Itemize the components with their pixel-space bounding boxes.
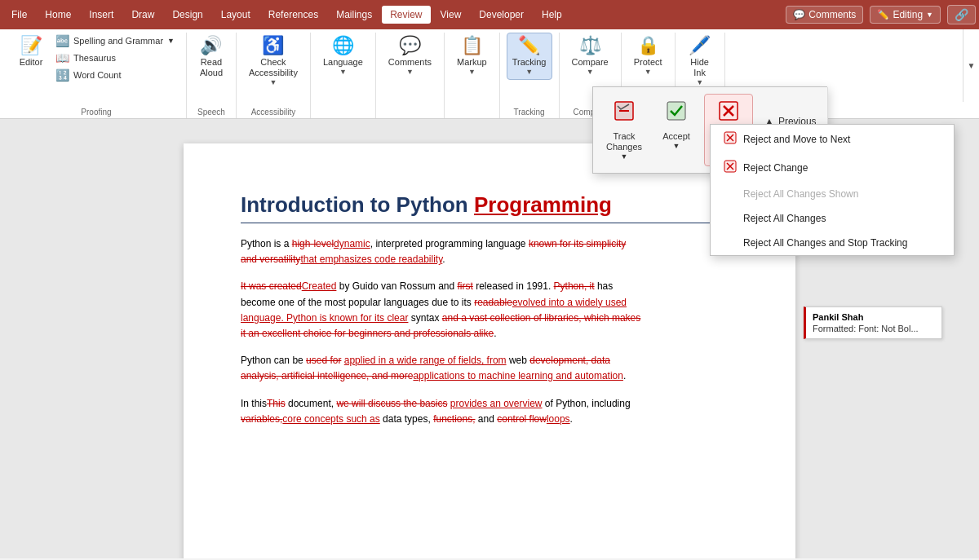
protect-button[interactable]: 🔒 Protect ▼ [628, 33, 668, 80]
accept-icon [665, 99, 688, 128]
markup-button[interactable]: 📋 Markup ▼ [451, 33, 493, 80]
markup-group-label [471, 104, 473, 118]
ribbon-scroll-button[interactable]: ▼ [963, 29, 979, 102]
ink-arrow: ▼ [696, 78, 703, 86]
comments-ribbon-group-label [409, 104, 411, 118]
menu-bar: File Home Insert Draw Design Layout Refe… [0, 0, 979, 29]
reject-move-next-item[interactable]: Reject and Move to Next [711, 125, 954, 153]
reject-change-label: Reject Change [743, 162, 808, 174]
proofing-small-stack: 🔤 Spelling and Grammar ▼ 📖 Thesaurus 🔢 W… [51, 33, 179, 83]
spelling-label: Spelling and Grammar [73, 36, 163, 46]
markup-arrow: ▼ [468, 68, 476, 76]
comments-ribbon-label: Comments [388, 57, 432, 68]
comments-icon: 💬 [793, 9, 805, 20]
comment-author: Pankil Shah [813, 312, 935, 322]
reject-move-next-label: Reject and Move to Next [743, 134, 850, 145]
title-inserted: Programming [474, 192, 612, 217]
track-changes-label: TrackChanges [606, 131, 642, 152]
language-items: 🌐 Language ▼ [317, 33, 369, 104]
ins-applications: applications to machine learning and aut… [413, 370, 623, 381]
compare-icon: ⚖️ [579, 37, 601, 55]
language-group-label [342, 104, 344, 118]
editor-button[interactable]: 📝 Editor [13, 33, 49, 72]
hide-ink-button[interactable]: 🖊️ HideInk ▼ [682, 33, 718, 90]
menu-references[interactable]: References [260, 6, 326, 24]
reject-all-stop-label: Reject All Changes and Stop Tracking [743, 237, 907, 249]
markup-items: 📋 Markup ▼ [451, 33, 493, 104]
compare-label: Compare [572, 57, 609, 68]
comments-button[interactable]: 💬 Comments [786, 6, 863, 24]
share-button[interactable]: 🔗 [947, 5, 976, 24]
track-changes-arrow: ▼ [621, 152, 628, 161]
menu-file[interactable]: File [3, 6, 35, 24]
reject-all-shown-item: Reject All Changes Shown [711, 182, 954, 206]
del-used-for: used for [306, 355, 341, 366]
reject-change-icon [724, 160, 737, 175]
menu-insert[interactable]: Insert [81, 6, 122, 24]
reject-move-next-icon [724, 131, 737, 147]
read-aloud-label: ReadAloud [200, 57, 223, 78]
protect-icon: 🔒 [637, 37, 659, 55]
menu-help[interactable]: Help [534, 6, 570, 24]
ins-applied: applied in a wide range of fields, from [344, 355, 507, 366]
language-button[interactable]: 🌐 Language ▼ [317, 33, 369, 80]
svg-rect-2 [667, 102, 685, 120]
thesaurus-button[interactable]: 📖 Thesaurus [51, 50, 179, 66]
word-count-button[interactable]: 🔢 Word Count [51, 67, 179, 83]
menu-draw[interactable]: Draw [123, 6, 162, 24]
paragraph-3: Python can be used for applied in a wide… [241, 353, 738, 384]
reject-change-item[interactable]: Reject Change [711, 153, 954, 182]
word-count-label: Word Count [73, 70, 122, 80]
spelling-grammar-button[interactable]: 🔤 Spelling and Grammar ▼ [51, 33, 179, 49]
comments-label: Comments [808, 9, 856, 20]
menu-developer[interactable]: Developer [471, 6, 532, 24]
menu-review[interactable]: Review [382, 6, 430, 24]
reject-all-stop-item[interactable]: Reject All Changes and Stop Tracking [711, 231, 954, 255]
comments-ribbon-button[interactable]: 💬 Comments ▼ [383, 33, 437, 80]
protect-label: Protect [634, 57, 662, 68]
comments-ribbon-items: 💬 Comments ▼ [383, 33, 437, 104]
del-functions: functions, [433, 413, 475, 425]
compare-button[interactable]: ⚖️ Compare ▼ [566, 33, 614, 80]
del-control-flow: control flow [497, 413, 547, 425]
editing-mode-button[interactable]: ✏️ Editing ▼ [870, 6, 941, 24]
accessibility-arrow: ▼ [269, 78, 277, 86]
accessibility-icon: ♿ [262, 37, 284, 55]
del-readable: readable [474, 297, 512, 308]
menu-design[interactable]: Design [164, 6, 210, 24]
accept-button[interactable]: Accept ▼ [652, 94, 701, 166]
reject-submenu: Reject and Move to Next Reject Change Re… [710, 124, 955, 256]
speech-items: 🔊 ReadAloud [193, 33, 229, 104]
protect-arrow: ▼ [645, 68, 652, 76]
ins-loops: loops [547, 413, 570, 425]
ink-icon: 🖊️ [689, 37, 711, 55]
proofing-group-label: Proofing [81, 104, 111, 118]
menu-home[interactable]: Home [37, 6, 79, 24]
track-changes-button[interactable]: TrackChanges ▼ [600, 94, 649, 166]
ink-label: HideInk [690, 57, 709, 78]
comment-balloon: Pankil Shah Formatted: Font: Not Bol... [804, 306, 942, 339]
del-This: This [267, 398, 286, 409]
read-aloud-button[interactable]: 🔊 ReadAloud [193, 33, 229, 82]
menu-mailings[interactable]: Mailings [328, 6, 380, 24]
tracking-button[interactable]: ✏️ Tracking ▼ [507, 33, 552, 80]
paragraph-1: Python is a high-leveldynamic, interpret… [241, 236, 738, 267]
ribbon-group-markup: 📋 Markup ▼ [445, 33, 500, 118]
menu-view[interactable]: View [432, 6, 470, 24]
paragraph-2: It was createdCreated by Guido van Rossu… [241, 279, 738, 342]
del-variables: variables, [241, 413, 282, 425]
del-high-level: high-level [292, 238, 334, 249]
check-accessibility-button[interactable]: ♿ CheckAccessibility ▼ [243, 33, 303, 90]
paragraph-4: In thisThis document, we will discuss th… [241, 396, 738, 427]
spelling-arrow: ▼ [167, 37, 175, 45]
markup-label: Markup [457, 57, 487, 68]
ribbon-group-speech: 🔊 ReadAloud Speech [187, 33, 237, 118]
reject-all-item[interactable]: Reject All Changes [711, 206, 954, 231]
pencil-icon: ✏️ [877, 9, 889, 20]
menu-layout[interactable]: Layout [213, 6, 259, 24]
ribbon-group-language: 🌐 Language ▼ [311, 33, 376, 118]
read-aloud-icon: 🔊 [200, 37, 222, 55]
language-label: Language [323, 57, 363, 68]
reject-all-shown-label: Reject All Changes Shown [743, 188, 858, 200]
markup-icon: 📋 [461, 37, 483, 55]
